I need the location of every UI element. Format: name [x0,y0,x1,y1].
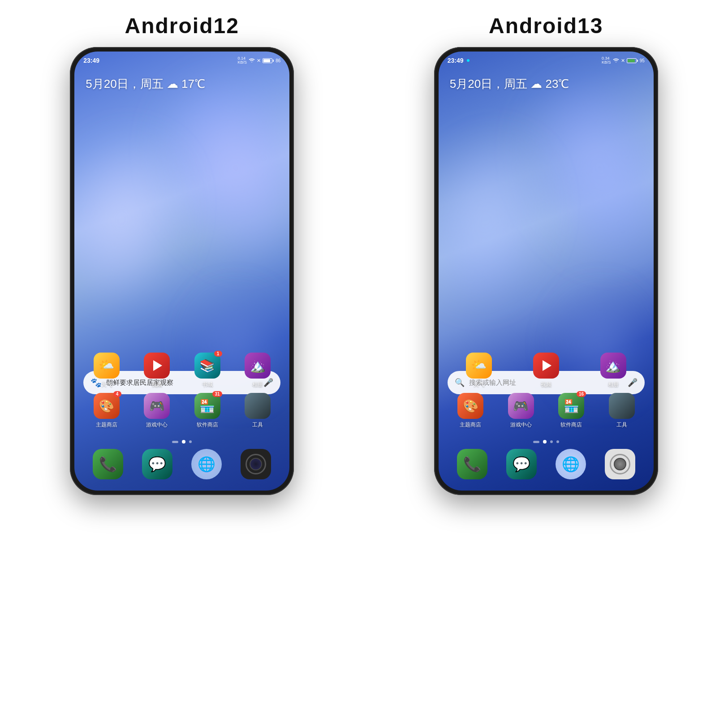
books-icon: 📚 1 [194,353,220,379]
app-weather-android12[interactable]: 🌤️ 天气 [86,353,127,388]
dot-active [182,440,185,444]
games-label-p2: 游戏中心 [510,421,532,429]
weather-icon: 🌤️ [94,353,120,379]
status-dot-android13 [467,59,470,62]
tools-label: 工具 [252,421,263,429]
theme-label: 主题商店 [96,421,117,429]
app-tools-android13[interactable]: 工具 [602,393,642,429]
gallery-icon-p2: 🏔️ [600,353,626,379]
app-row-1-android12: 🌤️ 天气 视频 📚 1 书城 [81,353,283,388]
time-area-android13: 23:49 [448,57,470,64]
store-icon-p2: 🏪 16 [558,393,584,419]
date-widget-android12: 5月20日，周五 ☁ 17℃ [86,76,205,92]
store-badge-p2: 16 [577,391,586,397]
android13-phone: 23:49 0.34KB/S ✕ [434,47,658,495]
dot-active-p2 [543,440,547,444]
app-games-android13[interactable]: 🎮 游戏中心 [501,393,541,429]
app-books-android12[interactable]: 📚 1 书城 [187,353,228,388]
video-label-p2: 视频 [541,381,551,388]
app-tools-android12[interactable]: 工具 [237,393,278,429]
dock-browser-android12[interactable]: 🌐 [191,449,222,479]
books-label: 书城 [202,381,213,388]
dot-inactive2-p2 [556,440,559,443]
dock-message-android13[interactable]: 💬 [506,449,537,479]
wifi-icon [249,57,255,64]
app-theme-android13[interactable]: 🎨 主题商店 [450,393,491,429]
android12-title: Android12 [125,13,239,38]
games-icon-p2: 🎮 [508,393,534,419]
store-label-p2: 软件商店 [560,421,582,429]
phones-comparison: 23:49 0.14KB/S ✕ [0,43,728,495]
dock-android13: 📞 💬 🌐 [439,449,654,479]
data-speed-icon-p2: 0.34KB/S [602,56,611,65]
app-video-android12[interactable]: 视频 [137,353,177,388]
video-icon-p2 [533,353,559,379]
battery-level-android12: 86 [276,58,280,63]
app-theme-android12[interactable]: 🎨 4 主题商店 [86,393,127,429]
weather-label: 天气 [101,381,112,388]
theme-icon-p2: 🎨 [457,393,483,419]
status-icons-android13: 0.34KB/S ✕ [602,56,645,65]
dock-camera-android13[interactable] [605,449,635,479]
tools-icon-p2 [609,393,635,419]
games-label: 游戏中心 [146,421,168,429]
app-row-2-android13: 🎨 主题商店 🎮 游戏中心 🏪 16 [445,393,647,429]
battery-icon-android12 [263,58,274,63]
video-icon [144,353,170,379]
x-icon-p2: ✕ [621,58,625,64]
app-store-android13[interactable]: 🏪 16 软件商店 [551,393,591,429]
games-icon: 🎮 [144,393,170,419]
video-label: 视频 [151,381,162,388]
dock-android12: 📞 💬 🌐 [74,449,289,479]
date-widget-android13: 5月20日，周五 ☁ 23℃ [450,76,569,92]
app-games-android12[interactable]: 🎮 游戏中心 [137,393,177,429]
camera-lens-android13 [614,458,626,470]
store-icon: 🏪 31 [194,393,220,419]
battery-icon-android13 [627,58,638,63]
page-dots-android12 [74,440,289,444]
theme-badge: 4 [113,391,121,397]
camera-lens-android12 [250,458,262,470]
dock-phone-android12[interactable]: 📞 [93,449,123,479]
gallery-label: 相册 [252,381,263,388]
time-android13: 23:49 [448,57,464,64]
tools-icon [245,393,271,419]
android12-phone: 23:49 0.14KB/S ✕ [70,47,294,495]
gallery-icon: 🏔️ [245,353,271,379]
app-gallery-android13[interactable]: 🏔️ 相册 [593,353,633,388]
app-grid-android12: 🌤️ 天气 视频 📚 1 书城 [74,353,289,432]
app-row-2-android12: 🎨 4 主题商店 🎮 游戏中心 🏪 31 [81,393,283,429]
android13-title: Android13 [489,13,603,38]
dot-lines-p2 [533,441,539,443]
dot-inactive [189,440,192,443]
tools-label-p2: 工具 [616,421,627,429]
store-badge: 31 [212,391,222,397]
weather-icon-p2: 🌤️ [466,353,492,379]
gallery-label-p2: 相册 [608,381,619,388]
titles-row: Android12 Android13 [0,0,728,43]
dock-phone-android13[interactable]: 📞 [457,449,487,479]
dock-camera-android12[interactable] [241,449,271,479]
x-icon: ✕ [257,58,261,64]
weather-label-p2: 天气 [474,381,484,388]
camera-ring-android12 [246,454,266,474]
wifi-icon-p2 [613,57,619,64]
app-gallery-android12[interactable]: 🏔️ 相册 [237,353,278,388]
dot-lines [172,441,178,443]
dot-inactive-p2 [550,440,553,443]
android13-screen: 23:49 0.34KB/S ✕ [439,52,654,491]
app-video-android13[interactable]: 视频 [526,353,566,388]
app-weather-android13[interactable]: 🌤️ 天气 [459,353,499,388]
app-store-android12[interactable]: 🏪 31 软件商店 [187,393,228,429]
camera-ring-android13 [610,454,630,474]
theme-icon: 🎨 4 [94,393,120,419]
status-bar-android13: 23:49 0.34KB/S ✕ [439,52,654,69]
theme-label-p2: 主题商店 [460,421,481,429]
battery-level-android13: 95 [640,58,645,63]
time-android12: 23:49 [83,57,99,64]
books-badge: 1 [214,351,222,357]
status-icons-android12: 0.14KB/S ✕ [238,56,281,65]
dock-message-android12[interactable]: 💬 [142,449,172,479]
dock-browser-android13[interactable]: 🌐 [556,449,586,479]
android12-screen: 23:49 0.14KB/S ✕ [74,52,289,491]
